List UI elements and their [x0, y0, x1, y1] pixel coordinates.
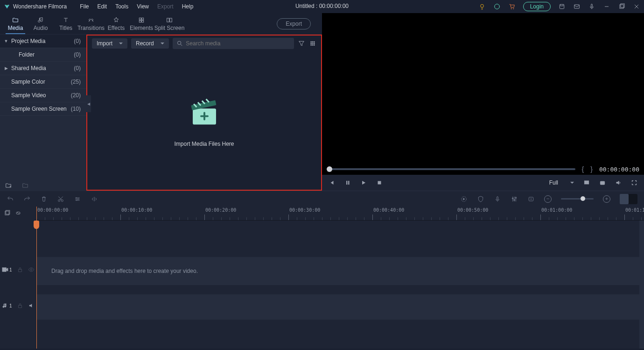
sidebar-item-project-media[interactable]: ▼Project Media(0)	[0, 35, 86, 48]
tab-audio[interactable]: Audio	[28, 14, 53, 33]
adjust-icon[interactable]	[74, 195, 81, 203]
video-track-controls: 1	[0, 266, 36, 273]
eye-icon[interactable]	[28, 266, 35, 273]
svg-rect-30	[378, 181, 381, 185]
grid-view-icon[interactable]	[309, 40, 316, 47]
mark-in-button[interactable]: {	[582, 165, 584, 173]
audio-track[interactable]	[36, 294, 639, 320]
volume-icon[interactable]	[615, 179, 622, 186]
tab-transitions[interactable]: Transitions	[78, 14, 104, 33]
menu-tools[interactable]: Tools	[115, 3, 128, 10]
app-name: Wondershare Filmora	[13, 3, 67, 10]
tab-elements[interactable]: Elements	[129, 14, 154, 33]
svg-rect-5	[574, 5, 580, 8]
voice-icon[interactable]	[588, 3, 595, 10]
fullscreen-icon[interactable]	[631, 179, 637, 186]
search-input[interactable]	[186, 40, 290, 47]
new-folder-icon[interactable]	[5, 182, 12, 189]
prev-frame-button[interactable]	[329, 179, 335, 186]
tab-media[interactable]: Media	[3, 14, 28, 33]
login-button[interactable]: Login	[523, 2, 551, 11]
menu-edit[interactable]: Edit	[98, 3, 107, 10]
lock-icon[interactable]	[17, 266, 23, 273]
ripple-icon[interactable]	[91, 195, 98, 203]
sidebar-item-folder[interactable]: Folder(0)	[0, 48, 86, 62]
svg-point-23	[312, 44, 313, 45]
search-icon	[176, 40, 183, 47]
tab-titles[interactable]: Titles	[53, 14, 78, 33]
menu-file[interactable]: File	[80, 3, 89, 10]
zoom-in-button[interactable]: +	[603, 195, 610, 203]
cart-icon[interactable]	[508, 3, 516, 10]
sidebar-item-shared-media[interactable]: ▶Shared Media(0)	[0, 62, 86, 75]
sidebar-item-sample-green-screen[interactable]: Sample Green Screen(10)	[0, 102, 86, 116]
delete-folder-icon[interactable]	[21, 182, 29, 189]
import-dropdown[interactable]: Import	[92, 38, 127, 49]
mark-out-button[interactable]: }	[590, 165, 593, 173]
stop-button[interactable]	[376, 179, 383, 186]
cut-icon[interactable]	[57, 195, 64, 203]
seek-thumb[interactable]	[327, 166, 332, 172]
seek-track[interactable]	[327, 168, 575, 170]
zoom-slider[interactable]	[561, 198, 594, 200]
collapse-handle[interactable]: ◀	[86, 95, 91, 112]
svg-rect-32	[587, 182, 588, 184]
shield-icon[interactable]	[477, 195, 484, 203]
timeline-view-toggle[interactable]	[620, 194, 637, 204]
menu-view[interactable]: View	[137, 3, 149, 10]
zoom-out-button[interactable]: −	[544, 195, 552, 203]
ruler-label: 00:00:30:00	[289, 207, 320, 213]
video-track[interactable]: Drag and drop media and effects here to …	[36, 257, 639, 285]
mic-icon[interactable]	[494, 195, 501, 203]
save-icon[interactable]	[558, 3, 566, 10]
svg-rect-13	[167, 18, 169, 22]
export-button[interactable]: Export	[277, 18, 311, 29]
timeline-toolbar: − +	[0, 191, 644, 207]
mute-icon[interactable]	[28, 302, 35, 309]
menu-help[interactable]: Help	[182, 3, 194, 10]
sidebar-item-label: Sample Green Screen	[11, 106, 67, 112]
pip-icon[interactable]	[583, 179, 590, 186]
delete-icon[interactable]	[40, 195, 48, 203]
timeline-layers-icon[interactable]	[4, 210, 10, 216]
redo-icon[interactable]	[23, 195, 31, 203]
tab-effects[interactable]: Effects	[104, 14, 129, 33]
seek-row: { } 00:00:00:00	[327, 164, 639, 174]
playhead[interactable]	[36, 207, 37, 349]
quality-dropdown[interactable]: Full	[549, 179, 574, 186]
timeline-scrollbar[interactable]	[639, 221, 644, 349]
undo-icon[interactable]	[7, 195, 14, 203]
mixer-icon[interactable]	[511, 195, 518, 203]
tab-effects-label: Effects	[108, 25, 125, 31]
svg-rect-10	[142, 18, 144, 20]
sidebar-item-sample-video[interactable]: Sample Video(20)	[0, 89, 86, 102]
marker-icon[interactable]	[527, 195, 535, 203]
mail-icon[interactable]	[573, 3, 581, 10]
minimize-icon[interactable]	[603, 3, 610, 10]
filter-icon[interactable]	[298, 40, 305, 47]
app-logo-icon	[4, 3, 10, 10]
support-icon[interactable]	[493, 3, 501, 10]
timeline-ruler[interactable]: 00:00:00:0000:00:10:0000:00:20:0000:00:3…	[36, 207, 644, 221]
tips-icon[interactable]	[478, 3, 486, 10]
playhead-handle[interactable]	[34, 221, 39, 229]
play-pause-button[interactable]	[344, 179, 351, 186]
search-box[interactable]	[173, 38, 294, 49]
close-icon[interactable]	[633, 3, 640, 10]
zoom-thumb[interactable]	[581, 196, 585, 201]
svg-rect-4	[560, 4, 564, 8]
timeline-link-icon[interactable]	[15, 210, 21, 216]
snapshot-icon[interactable]	[599, 179, 606, 186]
media-drop-zone[interactable]: Import Media Files Here	[87, 51, 321, 190]
maximize-icon[interactable]	[618, 3, 625, 10]
ruler-label: 00:00:50:00	[457, 207, 488, 213]
menu-export: Export	[157, 3, 174, 10]
ruler-label: 00:01:00:00	[541, 207, 572, 213]
play-button[interactable]	[360, 179, 367, 186]
record-dropdown[interactable]: Record	[131, 38, 169, 49]
render-icon[interactable]	[460, 195, 468, 203]
lock-icon[interactable]	[17, 302, 23, 309]
play-controls: Full	[322, 175, 644, 191]
sidebar-item-sample-color[interactable]: Sample Color(25)	[0, 75, 86, 89]
tab-split-screen[interactable]: Split Screen	[154, 14, 185, 33]
